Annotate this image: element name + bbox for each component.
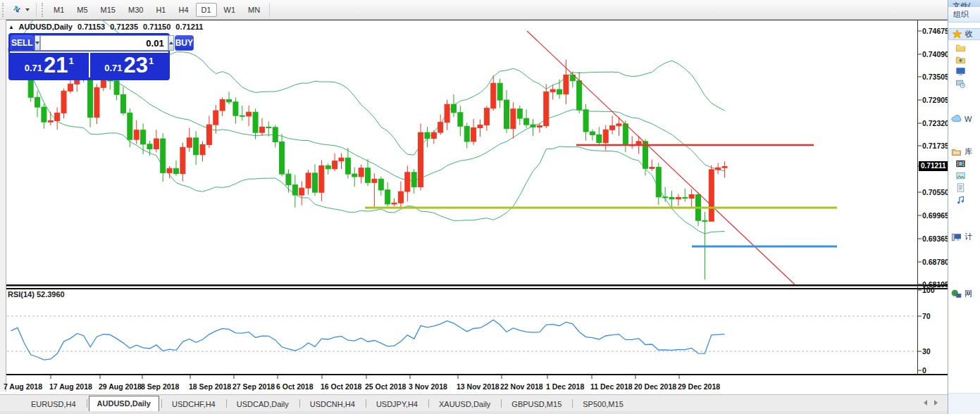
explorer-item-star[interactable]: 收 [948,28,980,40]
tab-usdcnh-h4[interactable]: USDCNH,H4 [302,397,364,411]
buy-price-big: 23 [124,55,148,76]
buy-price-prefix: 0.71 [104,63,122,73]
date-axis-label: 8 Sep 2018 [141,382,179,391]
sell-button[interactable]: SELL [11,35,34,51]
timeframe-buttons: M1M5M15M30H1H4D1W1MN [47,3,266,17]
toolbar-separator [36,3,37,17]
collapse-triangle-icon[interactable]: ▲ [8,24,14,30]
tab-separator [226,399,227,408]
price-axis-label: 0.74090 [922,50,949,58]
toolbar: M1M5M15M30H1H4D1W1MN [0,0,948,20]
chart-tab-bar: EURUSD,H4AUDUSD,DailyUSDCHF,H4USDCAD,Dai… [0,394,948,411]
date-axis-label: 18 Sep 2018 [189,382,231,391]
explorer-item-desktop[interactable] [948,65,980,77]
tab-separator [572,399,573,408]
timeframe-m1[interactable]: M1 [48,3,70,17]
tab-usdchf-h4[interactable]: USDCHF,H4 [163,397,224,411]
explorer-item-label: 库 [965,146,972,157]
date-axis-label: 25 Oct 2018 [365,382,406,391]
tab-eurusd-h4[interactable]: EURUSD,H4 [23,397,85,411]
volume-decrease-button[interactable] [35,35,40,51]
date-axis-label: 20 Dec 2018 [634,382,676,391]
timeframe-h1[interactable]: H1 [150,3,171,17]
timeframe-m5[interactable]: M5 [71,3,93,17]
timeframe-m15[interactable]: M15 [95,3,121,17]
tab-usdcad-daily[interactable]: USDCAD,Daily [228,397,297,411]
tab-separator [161,399,162,408]
timeframe-h4[interactable]: H4 [173,3,194,17]
window-bottom-edge [0,411,948,414]
date-axis-label: 16 Oct 2018 [321,382,361,391]
rsi-indicator-label: RSI(14) 52.3960 [8,290,65,299]
rsi-axis-label: 70 [922,312,931,320]
explorer-item-library[interactable]: 库 [948,146,980,158]
explorer-item-folder-download[interactable] [948,54,980,65]
file-menu[interactable]: 文件( [953,1,971,7]
recent-places-icon [955,78,966,89]
tab-xauusd-daily[interactable]: XAUUSD,Daily [430,397,499,411]
chart-symbol: AUDUSD,Daily [19,23,73,31]
tab-sp500-m15[interactable]: SP500,M15 [574,397,631,411]
timeframe-w1[interactable]: W1 [218,3,242,17]
scroll-right-icon[interactable] [934,400,938,406]
volume-increase-button[interactable] [168,35,174,51]
tab-separator [366,399,366,408]
sell-price-sup: 1 [69,56,74,66]
price-axis-label: 0.71735 [922,142,949,150]
buy-button[interactable]: BUY [175,35,194,51]
tab-usdjpy-h4[interactable]: USDJPY,H4 [368,397,426,411]
chart-tabs: EURUSD,H4AUDUSD,DailyUSDCHF,H4USDCAD,Dai… [23,396,633,411]
price-axis-label: 0.72905 [922,96,949,104]
ohlc-close: 0.71211 [175,23,203,31]
date-axis-label: 7 Aug 2018 [4,382,42,391]
organize-button[interactable]: 组织 [953,9,969,20]
rsi-axis-label: 100 [922,286,935,294]
sell-price-display[interactable]: 0.71 21 1 [10,53,90,77]
ohlc-low: 0.71150 [143,23,170,31]
explorer-item-cloud[interactable]: W [948,113,980,125]
sell-price-big: 21 [44,55,68,76]
tab-separator [299,399,300,408]
explorer-item-documents[interactable] [948,182,980,194]
date-axis-label: 22 Nov 2018 [500,382,543,391]
triangle-down-icon [35,42,39,44]
tab-separator [428,399,429,408]
price-axis-label: 0.74675 [922,27,949,35]
explorer-item-pictures[interactable] [948,170,980,182]
toolbar-grip[interactable] [2,3,6,17]
timeframe-d1[interactable]: D1 [196,3,217,17]
one-click-trading-panel: SELL BUY 0.71 21 1 0.71 23 1 [8,33,170,80]
date-axis-label: 11 Dec 2018 [590,382,633,391]
date-axis-label: 17 Aug 2018 [49,382,92,391]
price-axis-label: 0.68780 [922,258,949,266]
cloud-icon [951,113,962,124]
toolbar-grip-2[interactable] [42,3,45,17]
explorer-item-music[interactable] [948,194,980,206]
ohlc-open: 0.71153 [77,23,105,31]
explorer-item-recent-places[interactable] [948,77,980,89]
volume-input[interactable] [40,35,168,51]
explorer-item-folder[interactable] [948,42,980,54]
tab-audusd-daily[interactable]: AUDUSD,Daily [89,396,159,411]
explorer-item-network[interactable]: 网 [948,288,980,300]
rsi-axis-label: 0 [922,366,926,375]
tab-gbpusd-m15[interactable]: GBPUSD,M15 [503,397,570,411]
explorer-toolbar: 组织 [948,7,980,23]
explorer-item-computer[interactable]: 计 [948,231,980,243]
price-axis-label: 0.69965 [922,211,949,220]
trade-arrows-icon [11,4,23,16]
current-price-tag: 0.71211 [919,161,948,171]
price-axis-label: 0.70550 [922,188,949,196]
documents-icon [955,182,966,193]
triangle-up-icon [169,42,173,44]
trade-arrows-button[interactable] [8,1,33,18]
date-axis-label: 6 Oct 2018 [276,382,314,391]
timeframe-m30[interactable]: M30 [123,3,149,17]
explorer-item-video[interactable] [948,158,980,170]
desktop-icon [955,66,966,77]
buy-price-display[interactable]: 0.71 23 1 [90,53,169,77]
timeframe-mn[interactable]: MN [242,3,266,17]
network-icon [951,289,962,299]
tab-separator [87,399,87,408]
scroll-left-icon[interactable] [924,400,927,406]
